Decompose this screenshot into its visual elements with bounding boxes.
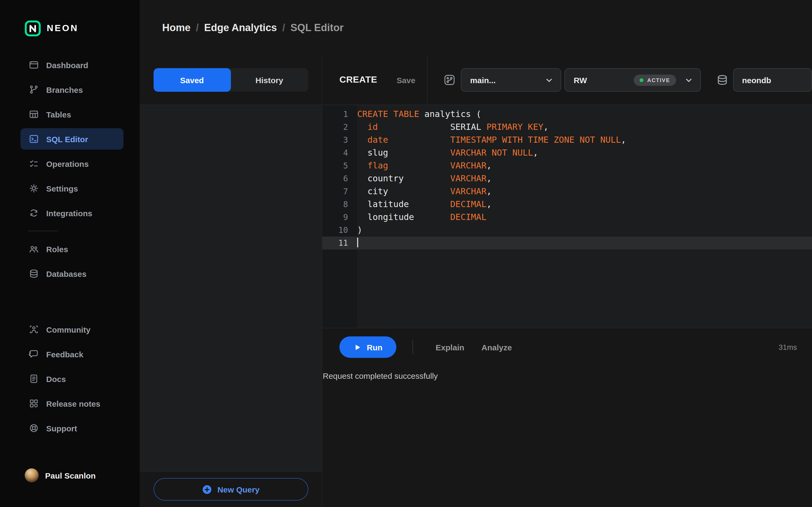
- sidebar-item-label: Databases: [46, 269, 87, 278]
- databases-icon: [29, 268, 39, 279]
- sidebar-item-dashboard[interactable]: Dashboard: [20, 54, 123, 76]
- branch-select-value: main...: [470, 75, 496, 84]
- sidebar-item-tables[interactable]: Tables: [20, 104, 123, 125]
- query-tabs: SavedHistory: [153, 68, 308, 92]
- sidebar-item-label: Operations: [46, 159, 89, 168]
- docs-icon: [29, 374, 39, 384]
- text-cursor: [357, 238, 358, 247]
- sidebar-item-release-notes[interactable]: Release notes: [20, 393, 123, 414]
- new-query-button[interactable]: New Query: [153, 478, 308, 501]
- sidebar-item-support[interactable]: Support: [20, 417, 123, 439]
- code-line[interactable]: 9 longitude DECIMAL: [322, 211, 812, 224]
- code-line[interactable]: 7 city VARCHAR,: [322, 185, 812, 198]
- run-button[interactable]: Run: [340, 336, 396, 358]
- code-line[interactable]: 11: [322, 237, 812, 249]
- status-message: Request completed successfully: [322, 366, 812, 380]
- code-text: flag VARCHAR,: [357, 159, 492, 172]
- branch-select[interactable]: main...: [461, 68, 561, 92]
- breadcrumb-separator: /: [282, 22, 285, 34]
- breadcrumb-item-sql-editor: SQL Editor: [291, 22, 344, 34]
- explain-button[interactable]: Explain: [427, 343, 473, 352]
- compute-select[interactable]: RW ACTIVE: [565, 68, 701, 92]
- code-line[interactable]: 2 id SERIAL PRIMARY KEY,: [322, 121, 812, 133]
- line-number: 10: [322, 224, 357, 237]
- community-icon: [29, 324, 39, 335]
- branch-diagram-icon[interactable]: [444, 74, 456, 86]
- database-select[interactable]: neondb: [733, 68, 812, 92]
- sidebar-item-operations[interactable]: Operations: [20, 153, 123, 174]
- sidebar-item-label: Docs: [46, 374, 66, 383]
- sidebar-item-label: Tables: [46, 110, 71, 119]
- sidebar-item-databases[interactable]: Databases: [20, 263, 123, 284]
- tab-saved[interactable]: Saved: [153, 68, 231, 92]
- tab-history[interactable]: History: [231, 68, 308, 92]
- code-line[interactable]: 5 flag VARCHAR,: [322, 159, 812, 172]
- tables-icon: [29, 109, 39, 120]
- brand-logo[interactable]: NEON: [0, 0, 140, 37]
- sidebar-item-label: Branches: [46, 85, 83, 94]
- breadcrumb-separator: /: [196, 22, 199, 34]
- query-duration: 31ms: [779, 343, 812, 351]
- code-line[interactable]: 8 latitude DECIMAL,: [322, 198, 812, 211]
- sidebar-item-sql-editor[interactable]: SQL Editor: [20, 128, 123, 150]
- status-dot-icon: [640, 78, 643, 82]
- breadcrumb-item-edge-analytics[interactable]: Edge Analytics: [204, 22, 277, 34]
- support-icon: [29, 423, 39, 434]
- query-title: CREATE: [340, 74, 377, 85]
- chevron-down-icon: [545, 76, 553, 84]
- sidebar-item-label: SQL Editor: [46, 134, 88, 144]
- release-notes-icon: [29, 398, 39, 409]
- code-text: country VARCHAR,: [357, 172, 492, 185]
- code-line[interactable]: 4 slug VARCHAR NOT NULL,: [322, 147, 812, 159]
- code-line[interactable]: 3 date TIMESTAMP WITH TIME ZONE NOT NULL…: [322, 133, 812, 147]
- sidebar-item-label: Dashboard: [46, 60, 88, 69]
- code-text: id SERIAL PRIMARY KEY,: [357, 121, 549, 133]
- saved-queries-list[interactable]: [140, 105, 322, 471]
- sidebar-item-settings[interactable]: Settings: [20, 178, 123, 199]
- code-text: [357, 237, 358, 249]
- run-bar: Run Explain Analyze 31ms: [322, 328, 812, 366]
- sidebar-item-label: Release notes: [46, 399, 100, 408]
- queries-footer: New Query: [140, 471, 322, 507]
- sidebar-item-label: Roles: [46, 244, 68, 253]
- sql-code-editor[interactable]: 1CREATE TABLE analytics (2 id SERIAL PRI…: [322, 105, 812, 328]
- line-number: 2: [322, 121, 357, 133]
- line-number: 9: [322, 211, 357, 224]
- feedback-icon: [29, 349, 39, 359]
- code-line[interactable]: 6 country VARCHAR,: [322, 172, 812, 185]
- user-menu[interactable]: Paul Scanlon: [0, 468, 140, 507]
- code-text: city VARCHAR,: [357, 185, 492, 198]
- editor-toolbar: CREATE Save main...: [322, 55, 812, 105]
- sql-editor-panel: CREATE Save main...: [322, 55, 812, 507]
- dashboard-icon: [29, 60, 39, 70]
- toolbar-divider: [427, 55, 428, 105]
- sidebar-item-feedback[interactable]: Feedback: [20, 343, 123, 365]
- sidebar-divider: [28, 231, 58, 231]
- code-lines: 1CREATE TABLE analytics (2 id SERIAL PRI…: [322, 105, 812, 249]
- line-number: 7: [322, 185, 357, 198]
- sidebar-item-label: Feedback: [46, 349, 83, 359]
- code-text: latitude DECIMAL,: [357, 198, 492, 211]
- status-badge: ACTIVE: [634, 74, 676, 86]
- breadcrumb-item-home[interactable]: Home: [162, 22, 191, 34]
- sidebar-item-community[interactable]: Community: [20, 319, 123, 340]
- code-text: date TIMESTAMP WITH TIME ZONE NOT NULL,: [357, 133, 626, 147]
- sidebar-item-label: Settings: [46, 184, 78, 193]
- save-button[interactable]: Save: [397, 75, 415, 84]
- sidebar-item-branches[interactable]: Branches: [20, 79, 123, 100]
- branches-icon: [29, 84, 39, 95]
- line-number: 4: [322, 147, 357, 159]
- sidebar-item-roles[interactable]: Roles: [20, 238, 123, 260]
- sidebar-item-docs[interactable]: Docs: [20, 368, 123, 390]
- sidebar-item-integrations[interactable]: Integrations: [20, 202, 123, 224]
- code-line[interactable]: 10): [322, 224, 812, 237]
- sidebar-group: RolesDatabases: [0, 238, 140, 284]
- analyze-button[interactable]: Analyze: [473, 343, 520, 352]
- sidebar-item-label: Community: [46, 325, 91, 334]
- code-line[interactable]: 1CREATE TABLE analytics (: [322, 108, 812, 121]
- brand-name: NEON: [47, 23, 79, 34]
- line-number: 1: [322, 108, 357, 121]
- run-bar-divider: [412, 340, 413, 354]
- sidebar-item-label: Integrations: [46, 209, 92, 218]
- code-text: longitude DECIMAL: [357, 211, 487, 224]
